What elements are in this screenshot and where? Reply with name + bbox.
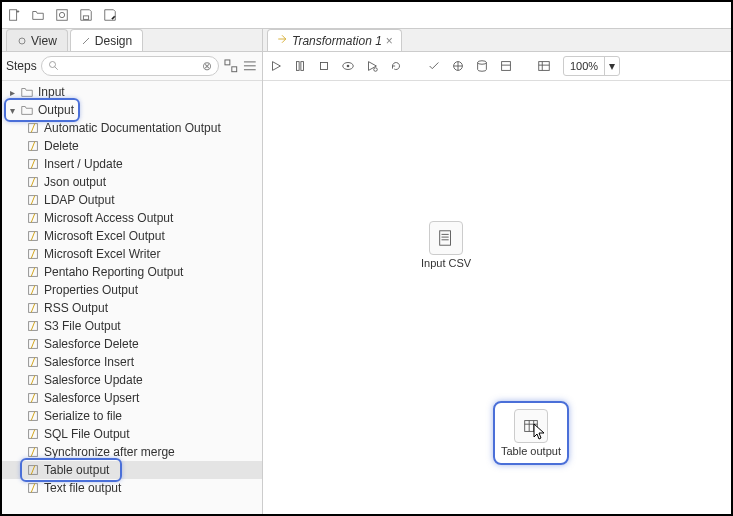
svg-rect-43 <box>502 62 511 71</box>
folder-icon <box>20 85 34 99</box>
new-file-icon[interactable] <box>6 7 22 23</box>
step-icon <box>26 373 40 387</box>
run-icon[interactable] <box>267 57 285 75</box>
debug-icon[interactable] <box>363 57 381 75</box>
tree-step-item[interactable]: Salesforce Delete <box>2 335 262 353</box>
verify-icon[interactable] <box>425 57 443 75</box>
svg-line-8 <box>54 67 57 70</box>
explore-icon[interactable] <box>54 7 70 23</box>
tree-folder-output[interactable]: ▾Output <box>2 101 262 119</box>
tree-step-item[interactable]: Text file output <box>2 479 262 497</box>
svg-rect-9 <box>225 60 230 65</box>
tree-step-item[interactable]: Salesforce Upsert <box>2 389 262 407</box>
save-as-icon[interactable] <box>102 7 118 23</box>
tree-step-item[interactable]: Insert / Update <box>2 155 262 173</box>
stop-icon[interactable] <box>315 57 333 75</box>
list-view-icon[interactable] <box>242 58 258 74</box>
tree-step-item[interactable]: S3 File Output <box>2 317 262 335</box>
svg-rect-45 <box>539 62 550 71</box>
step-icon <box>26 193 40 207</box>
tree-item-label: Salesforce Update <box>44 373 143 387</box>
node-table-output[interactable]: Table output <box>493 401 569 465</box>
svg-rect-36 <box>301 62 304 71</box>
step-icon <box>26 445 40 459</box>
explore-db-icon[interactable] <box>497 57 515 75</box>
impact-icon[interactable] <box>449 57 467 75</box>
svg-rect-35 <box>297 62 300 71</box>
tree-folder-input[interactable]: ▸Input <box>2 83 262 101</box>
tree-step-item[interactable]: SQL File Output <box>2 425 262 443</box>
steps-label: Steps <box>6 59 37 73</box>
main-toolbar <box>2 2 731 29</box>
expand-all-icon[interactable] <box>223 58 239 74</box>
tree-step-item[interactable]: Synchronize after merge <box>2 443 262 461</box>
right-panel: Transformation 1 × 100% <box>263 29 731 515</box>
svg-rect-5 <box>83 16 88 20</box>
step-icon <box>26 175 40 189</box>
tree-item-label: Salesforce Insert <box>44 355 134 369</box>
search-box[interactable]: ⊗ <box>41 56 219 76</box>
tree-step-item[interactable]: Pentaho Reporting Output <box>2 263 262 281</box>
steps-tree[interactable]: ▸Input ▾Output Automatic Documentation O… <box>2 81 262 515</box>
node-label: Table output <box>501 445 561 457</box>
tree-step-item[interactable]: Microsoft Access Output <box>2 209 262 227</box>
save-icon[interactable] <box>78 7 94 23</box>
svg-point-4 <box>59 12 64 17</box>
tree-step-item[interactable]: Salesforce Update <box>2 371 262 389</box>
tree-step-item[interactable]: Microsoft Excel Writer <box>2 245 262 263</box>
pause-icon[interactable] <box>291 57 309 75</box>
preview-icon[interactable] <box>339 57 357 75</box>
tree-step-item[interactable]: LDAP Output <box>2 191 262 209</box>
tree-step-item[interactable]: Properties Output <box>2 281 262 299</box>
search-icon <box>48 60 60 72</box>
tree-step-item[interactable]: Json output <box>2 173 262 191</box>
step-icon <box>26 283 40 297</box>
svg-rect-10 <box>231 67 236 72</box>
tree-step-item[interactable]: Table output <box>2 461 262 479</box>
transformation-icon <box>276 33 288 48</box>
tree-item-label: Microsoft Access Output <box>44 211 173 225</box>
panel-tabs: View Design <box>2 29 262 52</box>
step-icon <box>26 337 40 351</box>
zoom-control[interactable]: 100% ▾ <box>563 56 620 76</box>
table-step-icon <box>514 409 548 443</box>
step-icon <box>26 463 40 477</box>
tree-item-label: Automatic Documentation Output <box>44 121 221 135</box>
tree-step-item[interactable]: Delete <box>2 137 262 155</box>
tree-step-item[interactable]: Automatic Documentation Output <box>2 119 262 137</box>
tree-item-label: Properties Output <box>44 283 138 297</box>
tree-item-label: LDAP Output <box>44 193 115 207</box>
clear-search-icon[interactable]: ⊗ <box>202 59 212 73</box>
tree-item-label: Salesforce Delete <box>44 337 139 351</box>
replay-icon[interactable] <box>387 57 405 75</box>
tree-item-label: Serialize to file <box>44 409 122 423</box>
open-icon[interactable] <box>30 7 46 23</box>
search-input[interactable] <box>60 58 202 74</box>
tab-design-label: Design <box>95 34 132 48</box>
tree-step-item[interactable]: Salesforce Insert <box>2 353 262 371</box>
tree-label: Output <box>38 103 74 117</box>
svg-point-42 <box>478 61 487 65</box>
folder-icon <box>20 103 34 117</box>
step-icon <box>26 121 40 135</box>
node-input-csv[interactable]: Input CSV <box>421 221 471 269</box>
close-tab-icon[interactable]: × <box>386 34 393 48</box>
tree-item-label: Synchronize after merge <box>44 445 175 459</box>
step-icon <box>26 391 40 405</box>
tree-item-label: Json output <box>44 175 106 189</box>
tree-step-item[interactable]: Serialize to file <box>2 407 262 425</box>
tab-design[interactable]: Design <box>70 29 143 51</box>
results-icon[interactable] <box>535 57 553 75</box>
tab-view[interactable]: View <box>6 29 68 51</box>
tree-step-item[interactable]: RSS Output <box>2 299 262 317</box>
step-icon <box>26 139 40 153</box>
canvas[interactable]: Input CSV Table output <box>263 81 731 515</box>
tree-item-label: Microsoft Excel Writer <box>44 247 160 261</box>
tree-step-item[interactable]: Microsoft Excel Output <box>2 227 262 245</box>
editor-tab-transformation[interactable]: Transformation 1 × <box>267 29 402 51</box>
node-label: Input CSV <box>421 257 471 269</box>
zoom-dropdown-icon[interactable]: ▾ <box>604 57 619 75</box>
svg-rect-3 <box>57 10 68 21</box>
sql-icon[interactable] <box>473 57 491 75</box>
tree-item-label: Table output <box>44 463 109 477</box>
